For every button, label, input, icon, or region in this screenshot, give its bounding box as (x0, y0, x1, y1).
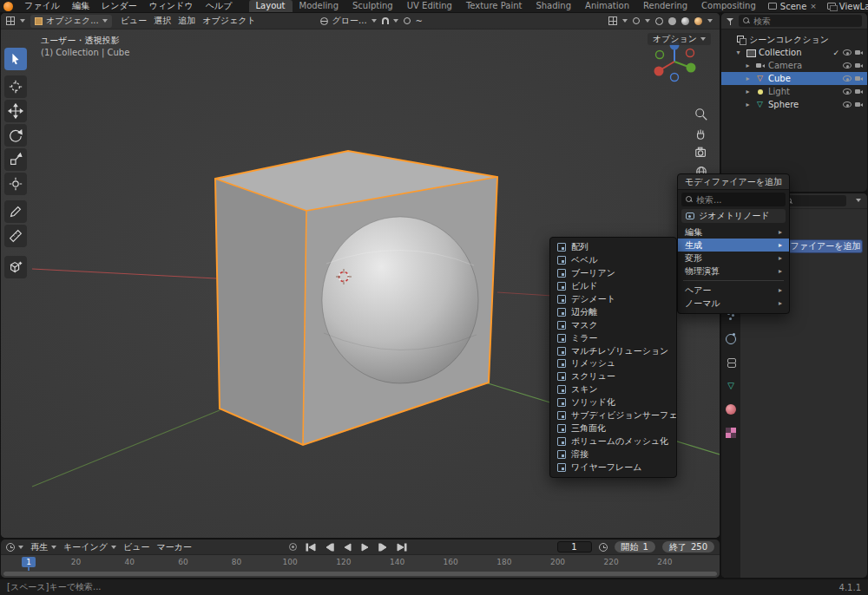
outliner-row[interactable]: ▾ Collection ✓ (721, 46, 867, 59)
workspace-tab[interactable]: Texture Paint (459, 0, 529, 12)
properties-tab[interactable] (722, 425, 740, 441)
modifier-menu-item[interactable]: 溶接 (550, 448, 676, 461)
move-tool[interactable] (4, 100, 27, 122)
keying-menu[interactable]: キーイング (63, 541, 116, 553)
workspace-tab[interactable]: UV Editing (400, 0, 459, 12)
modifier-category-item[interactable]: 変形 ▸ (678, 252, 789, 265)
modifier-menu-item[interactable]: スクリュー (550, 370, 676, 383)
topbar-menu-item[interactable]: レンダー (95, 0, 143, 12)
camera-view-control[interactable] (694, 145, 709, 160)
editor-type-icon[interactable] (6, 16, 15, 25)
modifier-menu-item[interactable]: リメッシュ (550, 357, 676, 370)
viewport-menu-item[interactable]: オブジェクト (199, 15, 259, 27)
expand-arrow-icon[interactable]: ▸ (744, 101, 752, 108)
axis-y-neg-handle[interactable] (656, 51, 664, 59)
modifier-category-item[interactable]: 編集 ▸ (678, 226, 789, 239)
add-modifier-button[interactable]: ファイアーを追加 (788, 239, 863, 253)
measure-tool[interactable] (4, 225, 27, 247)
cursor-tool[interactable] (4, 75, 27, 98)
frame-start-field[interactable]: 開始 1 (615, 541, 655, 552)
render-visibility-icon[interactable] (855, 62, 863, 69)
menu-search-input[interactable] (696, 195, 781, 205)
prev-keyframe-button[interactable] (322, 541, 336, 552)
overlays-toggle-icon[interactable] (633, 17, 640, 24)
play-reverse-button[interactable] (340, 541, 354, 552)
filter-icon[interactable] (727, 17, 734, 25)
modifier-category-item[interactable]: ヘアー ▸ (678, 284, 789, 297)
auto-keying-icon[interactable] (289, 543, 297, 551)
modifier-menu-item[interactable]: ベベル (550, 254, 676, 267)
axis-x-handle[interactable] (654, 67, 664, 76)
eye-visibility-icon[interactable] (843, 88, 852, 95)
frame-ruler[interactable]: 20406080100120140160180200220240 1 (1, 555, 720, 578)
next-keyframe-button[interactable] (377, 541, 391, 552)
jump-to-end-button[interactable] (395, 541, 409, 552)
properties-filter-chevron-icon[interactable] (856, 199, 861, 202)
select-box-tool[interactable] (4, 48, 27, 70)
playback-menu[interactable]: 再生 (30, 541, 56, 553)
workspace-tab[interactable]: Compositing (694, 0, 763, 12)
checkbox-icon[interactable]: ✓ (832, 49, 839, 57)
jump-to-start-button[interactable] (304, 541, 318, 552)
annotate-tool[interactable] (4, 200, 27, 223)
outliner-row[interactable]: ▸ Camera ✓ (721, 59, 867, 72)
shading-rendered-icon[interactable] (694, 17, 702, 25)
viewport-menu-item[interactable]: 追加 (174, 15, 199, 27)
chevron-down-icon[interactable] (707, 19, 713, 23)
outliner-search-input[interactable] (753, 16, 858, 26)
falloff-icon[interactable]: ~ (416, 16, 423, 26)
playhead[interactable]: 1 (22, 557, 36, 567)
shading-material-icon[interactable] (681, 17, 689, 25)
add-cube-tool[interactable] (4, 256, 27, 278)
modifier-menu-item[interactable]: 辺分離 (550, 305, 676, 318)
modifier-menu-item[interactable]: ビルド (550, 280, 676, 293)
render-visibility-icon[interactable] (855, 101, 863, 108)
properties-tab[interactable] (722, 402, 740, 417)
expand-arrow-icon[interactable]: ▸ (744, 62, 752, 69)
viewport-menu-item[interactable]: ビュー (117, 15, 150, 27)
frame-end-field[interactable]: 終了 250 (662, 541, 714, 552)
timeline-scrollbar[interactable] (3, 572, 717, 576)
viewlayer-selector[interactable]: ViewLayer × (824, 0, 868, 12)
topbar-menu-item[interactable]: ヘルプ (200, 0, 239, 12)
modifier-menu-item[interactable]: ミラー (550, 331, 676, 344)
menu-search[interactable] (681, 193, 786, 206)
workspace-tab[interactable]: Layout (249, 0, 293, 12)
editor-type-chevron-icon[interactable] (20, 19, 25, 23)
timeline-editor-type[interactable] (6, 543, 23, 552)
chevron-down-icon[interactable] (622, 19, 628, 23)
shading-wireframe-icon[interactable] (655, 17, 663, 25)
timeline-view-menu[interactable]: ビュー (123, 541, 149, 553)
eye-visibility-icon[interactable] (843, 75, 852, 82)
properties-search-input[interactable] (795, 196, 843, 206)
gizmos-toggle-icon[interactable] (608, 16, 617, 25)
topbar-menu-item[interactable]: ファイル (18, 0, 66, 12)
outliner-row[interactable]: ▸ Cube ✓ (721, 72, 867, 85)
zoom-control[interactable] (694, 107, 709, 122)
workspace-tab[interactable]: Shading (529, 0, 578, 12)
proportional-edit-icon[interactable] (404, 17, 411, 24)
modifier-category-item[interactable]: 生成 ▸ (678, 239, 789, 252)
geometry-nodes-item[interactable]: ジオメトリノード (681, 209, 786, 223)
expand-arrow-icon[interactable]: ▸ (744, 75, 752, 82)
modifier-menu-item[interactable]: ワイヤーフレーム (550, 461, 676, 474)
axis-x-neg-handle[interactable] (687, 49, 694, 57)
shading-solid-icon[interactable] (668, 17, 676, 25)
mode-dropdown[interactable]: オブジェク... (30, 15, 112, 28)
outliner-row[interactable]: ▸ Light ✓ (721, 85, 867, 98)
axis-z-neg-handle[interactable] (671, 74, 679, 82)
workspace-tab[interactable]: Animation (578, 0, 636, 12)
sphere-object[interactable] (322, 217, 478, 383)
snapping-controls[interactable] (382, 17, 398, 24)
play-button[interactable] (358, 541, 372, 552)
eye-visibility-icon[interactable] (843, 62, 852, 69)
modifier-menu-item[interactable]: マスク (550, 318, 676, 331)
modifier-menu-item[interactable]: マルチレゾリューション (550, 344, 676, 357)
modifier-menu-item[interactable]: ボリュームのメッシュ化 (550, 435, 676, 448)
modifier-menu-item[interactable]: 配列 (550, 241, 676, 254)
modifier-menu-item[interactable]: ブーリアン (550, 267, 676, 280)
pan-control[interactable] (694, 126, 709, 141)
transform-orientation[interactable]: グロー... (320, 15, 377, 27)
expand-arrow-icon[interactable]: ▾ (734, 49, 742, 56)
marker-menu[interactable]: マーカー (156, 541, 191, 553)
